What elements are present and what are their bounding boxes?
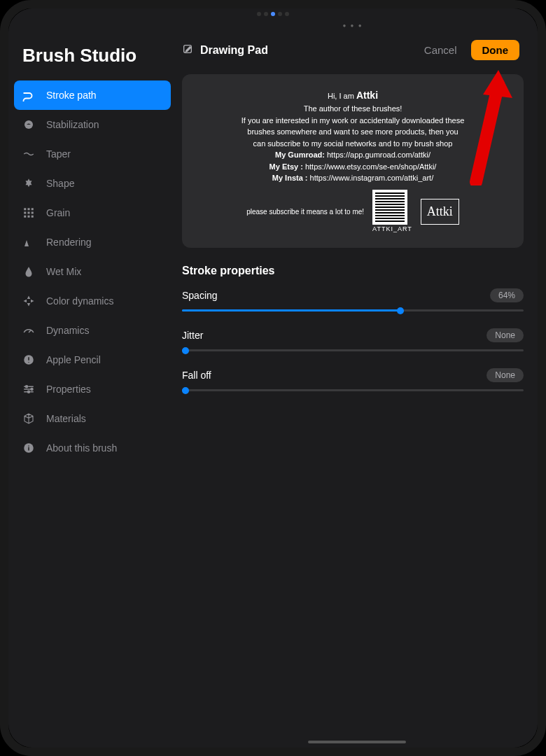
preview-gumroad-url: https://app.gumroad.com/attki/ bbox=[327, 150, 430, 159]
preview-line2: If you are interested in my work or acci… bbox=[241, 115, 465, 150]
preview-handle: ATTKI_ART bbox=[372, 225, 412, 234]
drag-handle-icon[interactable]: ● ● ● bbox=[182, 22, 524, 29]
sidebar: Brush Studio Stroke path Stabilization T… bbox=[8, 8, 176, 748]
sidebar-item-wet-mix[interactable]: Wet Mix bbox=[8, 257, 176, 286]
property-label: Jitter bbox=[182, 330, 203, 341]
svg-rect-9 bbox=[31, 216, 34, 218]
preview-greeting: Hi, I am bbox=[328, 92, 356, 100]
sidebar-item-label: Shape bbox=[46, 178, 74, 189]
svg-point-11 bbox=[26, 386, 28, 388]
property-value-badge[interactable]: None bbox=[486, 328, 524, 342]
done-button[interactable]: Done bbox=[471, 40, 520, 60]
preview-author: Attki bbox=[356, 90, 378, 101]
preview-signature: Attki bbox=[421, 199, 459, 225]
svg-rect-7 bbox=[24, 216, 26, 218]
sidebar-item-shape[interactable]: Shape bbox=[8, 169, 176, 198]
home-indicator[interactable] bbox=[308, 741, 406, 743]
preview-line1: The author of these brushes! bbox=[241, 103, 465, 115]
rendering-icon bbox=[22, 236, 35, 248]
property-value-badge[interactable]: 64% bbox=[490, 288, 524, 302]
preview-insta-label: My Insta : bbox=[272, 174, 308, 182]
color-dynamics-icon bbox=[22, 295, 35, 307]
sidebar-item-grain[interactable]: Grain bbox=[8, 198, 176, 227]
property-label: Spacing bbox=[182, 290, 218, 301]
svg-rect-5 bbox=[28, 212, 30, 214]
wet-icon bbox=[22, 265, 35, 278]
svg-rect-6 bbox=[31, 212, 34, 214]
grain-icon bbox=[22, 206, 35, 219]
spacing-slider[interactable] bbox=[182, 309, 524, 312]
materials-icon bbox=[22, 412, 35, 425]
sidebar-item-rendering[interactable]: Rendering bbox=[8, 227, 176, 257]
drawing-pad-preview[interactable]: Hi, I am Attki The author of these brush… bbox=[182, 74, 524, 248]
property-jitter: Jitter None bbox=[182, 328, 524, 351]
edit-icon bbox=[182, 43, 193, 57]
shape-icon bbox=[22, 177, 35, 190]
stabilization-icon bbox=[22, 118, 35, 131]
sidebar-item-taper[interactable]: Taper bbox=[8, 139, 176, 169]
sidebar-item-label: Stabilization bbox=[46, 119, 99, 130]
sidebar-item-label: Materials bbox=[46, 413, 86, 424]
sidebar-item-label: Dynamics bbox=[46, 325, 89, 336]
svg-rect-8 bbox=[28, 216, 30, 218]
dynamics-icon bbox=[22, 324, 35, 337]
sidebar-item-label: Color dynamics bbox=[46, 295, 113, 307]
property-spacing: Spacing 64% bbox=[182, 288, 524, 312]
sidebar-item-label: Grain bbox=[46, 207, 70, 218]
sidebar-item-label: Wet Mix bbox=[46, 266, 81, 277]
svg-point-13 bbox=[28, 391, 30, 393]
apple-pencil-icon bbox=[22, 354, 35, 366]
sidebar-item-label: Stroke path bbox=[46, 90, 97, 101]
notch-camera bbox=[245, 11, 301, 17]
sidebar-item-stroke-path[interactable]: Stroke path bbox=[14, 80, 171, 110]
jitter-slider[interactable] bbox=[182, 349, 524, 351]
cancel-button[interactable]: Cancel bbox=[424, 44, 457, 56]
taper-icon bbox=[22, 148, 35, 160]
content-header: Drawing Pad Cancel Done bbox=[182, 40, 524, 60]
sidebar-item-label: Apple Pencil bbox=[46, 354, 101, 365]
preview-etsy-url: https://www.etsy.com/se-en/shop/Attki/ bbox=[305, 162, 436, 171]
info-icon bbox=[22, 442, 35, 454]
svg-rect-4 bbox=[24, 212, 26, 214]
svg-rect-1 bbox=[24, 208, 26, 210]
sidebar-item-dynamics[interactable]: Dynamics bbox=[8, 316, 176, 345]
sidebar-item-color-dynamics[interactable]: Color dynamics bbox=[8, 286, 176, 316]
drawing-pad-title[interactable]: Drawing Pad bbox=[182, 43, 268, 57]
preview-insta-url: https://www.instagram.com/attki_art/ bbox=[310, 174, 434, 182]
section-title: Stroke properties bbox=[182, 265, 524, 277]
preview-etsy-label: My Etsy : bbox=[270, 162, 303, 171]
svg-point-12 bbox=[31, 388, 33, 391]
app-title: Brush Studio bbox=[8, 45, 176, 80]
nav-list: Stroke path Stabilization Taper Shape bbox=[8, 80, 176, 463]
preview-subscribe-text: please subscribe it means a lot to me! bbox=[246, 206, 364, 217]
sidebar-item-label: About this brush bbox=[46, 442, 117, 454]
property-falloff: Fall off None bbox=[182, 368, 524, 391]
falloff-slider[interactable] bbox=[182, 389, 524, 391]
svg-rect-2 bbox=[28, 208, 30, 210]
property-value-badge[interactable]: None bbox=[486, 368, 524, 382]
sidebar-item-materials[interactable]: Materials bbox=[8, 404, 176, 433]
sidebar-item-label: Rendering bbox=[46, 237, 92, 248]
qr-code-icon bbox=[372, 190, 407, 225]
sidebar-item-apple-pencil[interactable]: Apple Pencil bbox=[8, 345, 176, 374]
path-icon bbox=[22, 89, 35, 102]
sidebar-item-label: Properties bbox=[46, 384, 91, 395]
sidebar-item-properties[interactable]: Properties bbox=[8, 374, 176, 404]
properties-icon bbox=[22, 383, 35, 396]
property-label: Fall off bbox=[182, 370, 211, 381]
preview-gumroad-label: My Gumroad: bbox=[275, 150, 325, 159]
svg-rect-3 bbox=[31, 208, 34, 210]
sidebar-item-about[interactable]: About this brush bbox=[8, 433, 176, 463]
sidebar-item-stabilization[interactable]: Stabilization bbox=[8, 110, 176, 139]
sidebar-item-label: Taper bbox=[46, 148, 71, 160]
content-pane: ● ● ● Drawing Pad Cancel Done Hi, I am A… bbox=[176, 8, 538, 748]
